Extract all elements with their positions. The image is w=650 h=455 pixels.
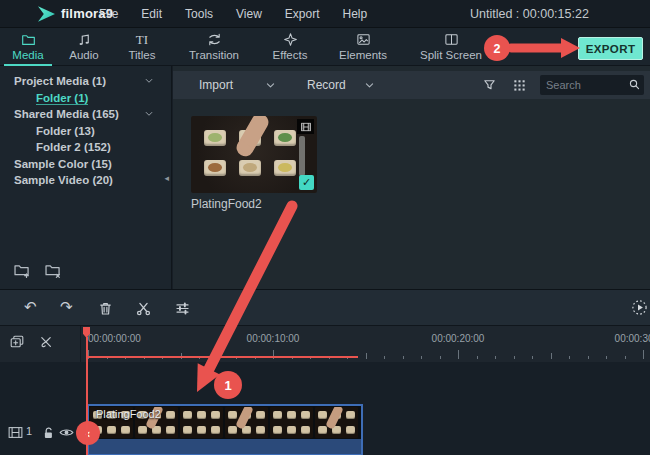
ruler-tick: [440, 356, 441, 360]
sidebar-item-shared-media-165[interactable]: Shared Media (165): [0, 106, 172, 123]
tab-transition[interactable]: Transition: [176, 28, 252, 66]
tabs: MediaAudioTITitlesTransitionEffectsEleme…: [4, 28, 496, 66]
sidebar-item-project-media-1[interactable]: Project Media (1): [0, 73, 172, 90]
tab-label: Titles: [128, 49, 155, 61]
food-dish: [287, 426, 296, 434]
ruler-divider: [80, 326, 81, 362]
undo-button[interactable]: ↶: [24, 298, 37, 316]
filmora-app: filmora9 FileEditToolsViewExportHelp Unt…: [0, 0, 650, 455]
menu-bar: filmora9 FileEditToolsViewExportHelp Unt…: [0, 0, 650, 28]
sidebar-item-sample-color-15[interactable]: Sample Color (15): [0, 156, 172, 173]
sidebar-item-folder-2-152[interactable]: Folder 2 (152): [0, 139, 172, 156]
export-button[interactable]: EXPORT: [578, 37, 643, 60]
food-dish: [211, 411, 220, 419]
import-chevron-down-icon[interactable]: [265, 80, 276, 91]
ruler-tick: [588, 356, 589, 360]
effects-icon: [283, 32, 298, 48]
food-dish: [228, 411, 237, 419]
snap-toggle-icon[interactable]: [38, 334, 54, 350]
tab-split-screen[interactable]: Split Screen: [406, 28, 496, 66]
tab-media[interactable]: Media: [4, 28, 52, 66]
food-dish: [301, 411, 310, 419]
redo-button[interactable]: ↷: [60, 298, 73, 316]
adjust-settings-button[interactable]: [174, 300, 191, 317]
ruler-timecode-label: 00:00:20:00: [432, 333, 485, 344]
tab-effects[interactable]: Effects: [260, 28, 320, 66]
timeline-clip[interactable]: PlatingFood2: [87, 404, 363, 455]
menu-view[interactable]: View: [236, 0, 262, 28]
food-dish: [197, 411, 206, 419]
food-dish: [138, 426, 147, 434]
clip-name-label: PlatingFood2: [96, 408, 161, 420]
playhead-line[interactable]: [86, 337, 88, 455]
search-input[interactable]: [546, 75, 624, 95]
tab-label: Transition: [189, 49, 239, 61]
timeline-ruler[interactable]: 00:00:00:0000:00:10:0000:00:20:0000:00:3…: [0, 326, 650, 362]
chevron-down-icon[interactable]: [144, 76, 154, 86]
tab-label: Elements: [339, 49, 387, 61]
delete-folder-button[interactable]: [44, 261, 62, 279]
ruler-tick: [643, 350, 644, 359]
media-item-name: PlatingFood2: [191, 197, 262, 211]
filter-icon[interactable]: [482, 77, 497, 92]
menu-tools[interactable]: Tools: [185, 0, 213, 28]
hand: [325, 407, 344, 430]
record-button[interactable]: Record: [307, 71, 346, 99]
sidebar-item-label: Sample Video (20): [14, 174, 113, 186]
food-dish: [197, 426, 206, 434]
sidebar-item-folder-13[interactable]: Folder (13): [0, 123, 172, 140]
search-icon[interactable]: [628, 78, 641, 91]
media-panel: Import Record ✓ PlatingFood2: [173, 66, 650, 289]
tab-label: Effects: [273, 49, 308, 61]
ruler-tick: [458, 350, 459, 359]
menu-export[interactable]: Export: [285, 0, 320, 28]
sidebar-item-folder-1[interactable]: Folder (1): [0, 90, 172, 107]
selected-checkbox[interactable]: ✓: [299, 175, 314, 190]
food-dish: [256, 426, 265, 434]
tab-elements[interactable]: Elements: [328, 28, 398, 66]
filmstrip-frame: [270, 407, 313, 438]
clip-trim-handle[interactable]: ‹: [76, 421, 100, 445]
food-dish: [346, 411, 355, 419]
ruler-timecode-label: 00:00:10:00: [247, 333, 300, 344]
filmora-logo-icon: [38, 6, 55, 22]
delete-button[interactable]: [97, 300, 114, 317]
media-toolbar: Import Record: [173, 71, 650, 99]
timeline-tracks: 1 PlatingFood2 ‹: [0, 362, 650, 455]
tab-audio[interactable]: Audio: [60, 28, 108, 66]
new-folder-button[interactable]: [13, 261, 31, 279]
main-area: Project Media (1)Folder (1)Shared Media …: [0, 66, 650, 289]
ruler-tick: [551, 353, 552, 360]
sidebar-item-sample-video-20[interactable]: Sample Video (20): [0, 172, 172, 189]
import-button[interactable]: Import: [199, 71, 233, 99]
toggle-visibility-eye-icon[interactable]: [58, 424, 75, 441]
media-thumbnail[interactable]: ✓: [191, 116, 317, 193]
ruler-timecode-label: 00:00:30:00: [615, 333, 650, 344]
search-box[interactable]: [540, 75, 644, 95]
food-dish: [287, 411, 296, 419]
render-preview-button[interactable]: [631, 299, 648, 316]
utensil: [299, 136, 305, 176]
tab-bar: MediaAudioTITitlesTransitionEffectsEleme…: [0, 28, 650, 66]
split-scissors-button[interactable]: [135, 300, 152, 317]
transition-icon: [207, 32, 222, 48]
manage-tracks-button[interactable]: [9, 334, 25, 350]
ruler-tick: [421, 356, 422, 360]
sidebar-collapse-icon[interactable]: ◂: [164, 173, 169, 183]
chevron-down-icon[interactable]: [144, 109, 154, 119]
video-clip-type-icon: [297, 119, 314, 134]
ruler-tick: [477, 356, 478, 360]
menu-help[interactable]: Help: [343, 0, 368, 28]
split-screen-icon: [444, 32, 459, 48]
clip-audio-track[interactable]: [89, 439, 361, 454]
tab-label: Split Screen: [420, 49, 482, 61]
grid-view-icon[interactable]: [512, 77, 527, 92]
lock-track-icon[interactable]: [40, 424, 57, 441]
menu-file[interactable]: File: [99, 0, 118, 28]
food-dish: [273, 411, 282, 419]
folder-actions: [13, 261, 62, 279]
menu-edit[interactable]: Edit: [141, 0, 162, 28]
tab-titles[interactable]: TITitles: [116, 28, 168, 66]
record-chevron-down-icon[interactable]: [364, 80, 375, 91]
menu-items: FileEditToolsViewExportHelp: [99, 0, 367, 28]
